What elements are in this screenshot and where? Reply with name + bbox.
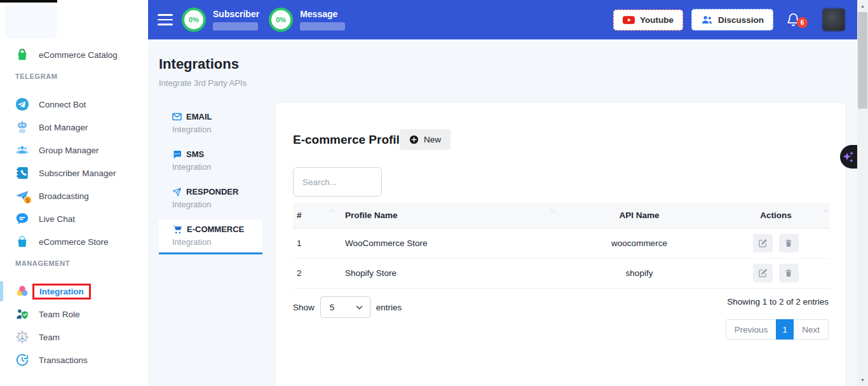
sidebar-item-label-integration-annotated: Integration <box>32 284 91 300</box>
api-name-cell: shopify <box>557 258 722 288</box>
new-profile-button[interactable]: New <box>400 129 451 150</box>
search-input[interactable] <box>293 167 382 196</box>
sidebar-item-live-chat[interactable]: Live Chat <box>0 207 148 230</box>
delete-button[interactable] <box>779 234 799 252</box>
broadcast-plane-icon: 1 <box>15 189 29 203</box>
show-label: Show <box>293 303 315 312</box>
youtube-button[interactable]: Youtube <box>613 10 683 31</box>
discussion-button[interactable]: Discussion <box>691 9 773 31</box>
profile-name-cell: WooCommerce Store <box>336 228 557 258</box>
table-header-row: # ↑↓ Profile Name ↑↓ API Name Actions <box>293 203 830 228</box>
sidebar-item-label: Broadcasting <box>39 191 89 201</box>
top-edge-bar <box>0 0 57 3</box>
column-header-label: Profile Name <box>345 210 398 220</box>
sidebar-item-broadcasting[interactable]: 1 Broadcasting <box>0 184 148 207</box>
sidebar-item-label: Transactions <box>39 355 88 365</box>
subnav-subtitle: Integration <box>172 237 262 247</box>
contact-book-phone-icon <box>15 166 29 180</box>
sidebar-item-bot-manager[interactable]: Bot Manager <box>0 116 148 139</box>
subnav-subtitle: Integration <box>172 200 262 209</box>
actions-cell <box>722 228 830 258</box>
sms-bubble-icon <box>172 150 182 159</box>
entries-per-page-select[interactable]: 5 <box>320 296 370 318</box>
column-header-index[interactable]: # ↑↓ <box>293 203 336 228</box>
scrollbar-down-arrow[interactable]: ▼ <box>857 375 868 385</box>
entries-label: entries <box>376 303 402 312</box>
shield-check-person-icon <box>15 307 29 321</box>
history-clock-icon <box>15 353 29 367</box>
chevron-down-icon <box>356 305 363 310</box>
delete-button[interactable] <box>779 264 799 282</box>
sort-icon[interactable]: ↑↓ <box>824 207 828 214</box>
sort-icon[interactable]: ↑↓ <box>330 207 334 214</box>
message-stat: 0% Message <box>269 8 345 32</box>
actions-cell <box>722 258 830 288</box>
column-header-label: API Name <box>619 210 659 220</box>
sidebar-item-integration[interactable]: Integration <box>0 280 148 303</box>
sidebar-item-label: Bot Manager <box>39 123 88 132</box>
pagination: Previous 1 Next <box>726 319 829 340</box>
subnav-item-sms[interactable]: SMS Integration <box>159 144 262 177</box>
notification-count-badge: 6 <box>797 17 808 28</box>
next-page-button[interactable]: Next <box>794 319 829 340</box>
column-header-label: Actions <box>760 210 792 220</box>
people-discussion-icon <box>701 15 713 25</box>
page-subtitle: Integrate 3rd Party APIs <box>159 78 247 88</box>
subscriber-progress-ring: 0% <box>182 8 206 32</box>
subscriber-stat: 0% Subscriber <box>182 8 259 32</box>
sidebar-item-label: eCommerce Catalog <box>39 50 118 60</box>
current-page-button[interactable]: 1 <box>776 319 794 340</box>
shopping-bag-green-icon <box>15 48 29 62</box>
sparkles-icon <box>842 149 855 165</box>
edit-button[interactable] <box>753 234 773 252</box>
sort-icon[interactable]: ↑↓ <box>550 207 555 214</box>
youtube-icon <box>623 15 635 25</box>
profiles-table: # ↑↓ Profile Name ↑↓ API Name Actions <box>293 203 830 289</box>
sidebar-item-label: Team Role <box>39 310 80 319</box>
row-index-cell: 2 <box>293 258 336 288</box>
column-header-label: # <box>297 210 302 220</box>
sidebar-item-label: Team <box>39 333 60 342</box>
message-stat-value-redacted <box>300 22 345 31</box>
app-window: eCommerce Catalog TELEGRAM Connect Bot B… <box>0 0 868 386</box>
column-header-api-name[interactable]: API Name <box>557 203 722 228</box>
integrations-subnav: EMAIL Integration SMS Integration <box>159 107 262 259</box>
column-header-actions[interactable]: Actions ↑↓ <box>722 203 830 228</box>
new-button-label: New <box>424 135 441 144</box>
sidebar-item-ecommerce-catalog[interactable]: eCommerce Catalog <box>0 43 148 66</box>
subnav-item-ecommerce[interactable]: E-COMMERCE Integration <box>159 219 262 254</box>
sidebar-item-label: Connect Bot <box>39 100 86 109</box>
sidebar-item-group-manager[interactable]: Group Manager <box>0 139 148 162</box>
previous-page-button[interactable]: Previous <box>726 319 776 340</box>
notifications-bell[interactable]: 6 <box>786 12 801 27</box>
sidebar-item-ecommerce-store[interactable]: eCommerce Store <box>0 230 148 253</box>
vertical-scrollbar[interactable]: ▲ ▼ <box>857 0 868 386</box>
subnav-subtitle: Integration <box>172 162 262 172</box>
row-index-cell: 1 <box>293 228 336 258</box>
sidebar-item-connect-bot[interactable]: Connect Bot <box>0 93 148 116</box>
sidebar-item-team[interactable]: Team <box>0 326 148 348</box>
subscriber-stat-label: Subscriber <box>213 9 259 19</box>
people-group-icon <box>15 143 29 157</box>
sidebar-section-telegram: TELEGRAM <box>15 72 148 80</box>
subnav-subtitle: Integration <box>172 125 262 134</box>
logo-watermark <box>5 3 57 39</box>
youtube-button-label: Youtube <box>640 15 674 25</box>
scrollbar-thumb[interactable] <box>858 12 867 109</box>
panel-title: E-commerce Profile <box>293 133 406 147</box>
column-header-profile-name[interactable]: Profile Name ↑↓ <box>336 203 557 228</box>
subnav-title-label: SMS <box>186 149 204 159</box>
scrollbar-up-arrow[interactable]: ▲ <box>857 1 868 11</box>
message-stat-label: Message <box>300 9 345 19</box>
sidebar-item-transactions[interactable]: Transactions <box>0 348 148 371</box>
subnav-item-email[interactable]: EMAIL Integration <box>159 107 262 140</box>
sidebar-item-label: Live Chat <box>39 214 75 224</box>
hamburger-menu-icon[interactable] <box>158 14 173 25</box>
subnav-item-responder[interactable]: RESPONDER Integration <box>159 182 262 215</box>
table-row: 1 WooCommerce Store woocommerce <box>293 228 830 258</box>
sidebar-item-label: Subscriber Manager <box>39 169 116 178</box>
edit-button[interactable] <box>753 264 773 282</box>
user-avatar[interactable] <box>822 8 845 31</box>
sidebar-item-team-role[interactable]: Team Role <box>0 303 148 326</box>
sidebar-item-subscriber-manager[interactable]: Subscriber Manager <box>0 162 148 184</box>
